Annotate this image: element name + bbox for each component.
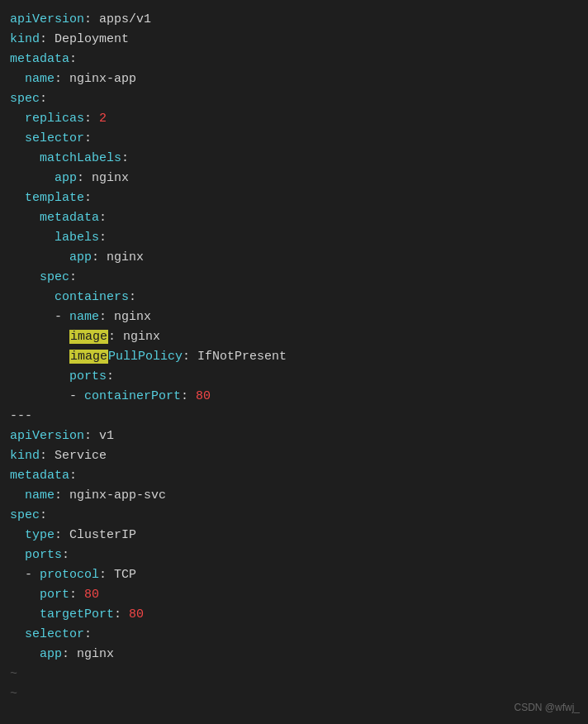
line-23: kind: Service [10, 446, 578, 466]
key-metadata-3: metadata [10, 469, 69, 483]
line-8: matchLabels: [10, 149, 578, 169]
key-containers: containers [55, 290, 129, 304]
line-3: metadata: [10, 50, 578, 69]
line-2: kind: Deployment [10, 30, 578, 50]
key-protocol: protocol [40, 568, 99, 582]
value-port: 80 [84, 588, 99, 602]
key-matchlabels: matchLabels [40, 151, 121, 165]
line-33: app: nginx [10, 645, 578, 664]
line-9: app: nginx [10, 169, 578, 188]
key-app-3: app [40, 647, 62, 661]
key-selector: selector [25, 131, 84, 145]
tilde-2: ~ [10, 684, 578, 704]
key-spec-3: spec [10, 508, 40, 522]
line-11: metadata: [10, 208, 578, 228]
line-29: - protocol: TCP [10, 565, 578, 585]
key-name-2: name [69, 310, 99, 324]
line-31: targetPort: 80 [10, 605, 578, 625]
key-name-3: name [25, 488, 55, 503]
key-template: template [25, 191, 84, 205]
key-containerport: containerPort [84, 389, 181, 403]
key-pullpolicy: PullPolicy [108, 350, 183, 364]
line-14: spec: [10, 268, 578, 288]
line-separator: --- [10, 407, 578, 426]
key-targetport: targetPort [40, 607, 114, 622]
line-5: spec: [10, 89, 578, 109]
key-metadata-2: metadata [40, 211, 99, 225]
key-ports-2: ports [25, 548, 62, 562]
key-spec-2: spec [40, 270, 69, 284]
watermark: CSDN @wfwj_ [514, 700, 580, 716]
key-type: type [25, 528, 55, 542]
line-7: selector: [10, 129, 578, 149]
key-selector-2: selector [25, 627, 84, 641]
key-metadata: metadata [10, 52, 69, 66]
key-spec: spec [10, 92, 40, 106]
key-port: port [40, 588, 69, 602]
line-17: image: nginx [10, 327, 578, 347]
line-10: template: [10, 188, 578, 208]
key-app-2: app [69, 250, 92, 264]
line-30: port: 80 [10, 585, 578, 605]
line-28: ports: [10, 545, 578, 565]
highlight-image-1: image [69, 330, 108, 344]
line-26: spec: [10, 506, 578, 526]
tilde-1: ~ [10, 664, 578, 684]
line-12: labels: [10, 228, 578, 248]
line-27: type: ClusterIP [10, 526, 578, 545]
line-19: ports: [10, 367, 578, 387]
line-22: apiVersion: v1 [10, 426, 578, 446]
key-kind: kind [10, 32, 40, 46]
key-ports: ports [69, 369, 107, 383]
key-replicas: replicas [25, 112, 84, 126]
line-15: containers: [10, 288, 578, 307]
value-targetport: 80 [129, 607, 144, 622]
line-4: name: nginx-app [10, 69, 578, 89]
highlight-image-2: image [69, 350, 108, 364]
line-1: apiVersion: apps/v1 [10, 10, 578, 30]
line-32: selector: [10, 625, 578, 645]
line-25: name: nginx-app-svc [10, 486, 578, 506]
line-6: replicas: 2 [10, 109, 578, 129]
code-editor: apiVersion: apps/v1 kind: Deployment met… [0, 7, 588, 707]
key-apiversion: apiVersion [10, 12, 84, 26]
key-app: app [55, 171, 77, 185]
key-kind-2: kind [10, 449, 40, 463]
line-16: - name: nginx [10, 307, 578, 327]
value-replicas: 2 [99, 112, 107, 126]
key-labels: labels [55, 231, 99, 245]
line-13: app: nginx [10, 248, 578, 268]
line-20: - containerPort: 80 [10, 387, 578, 407]
value-containerport: 80 [196, 389, 211, 403]
key-name: name [25, 72, 55, 86]
line-24: metadata: [10, 466, 578, 486]
line-18: imagePullPolicy: IfNotPresent [10, 347, 578, 367]
key-apiversion-2: apiVersion [10, 429, 84, 443]
